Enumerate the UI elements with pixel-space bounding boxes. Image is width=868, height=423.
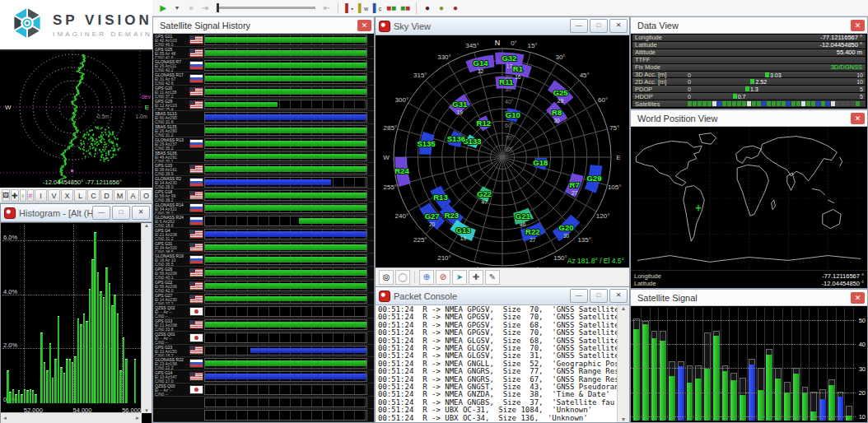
signal-bar-column bbox=[703, 308, 712, 421]
zoom-out-icon[interactable]: ‹ bbox=[20, 189, 26, 202]
sky-view-titlebar[interactable]: Sky View — □ ✕ bbox=[376, 17, 629, 35]
histogram-bar bbox=[54, 359, 56, 403]
histogram-hscrollbar[interactable]: ◄► bbox=[1, 412, 142, 423]
signal-bar bbox=[299, 218, 366, 224]
data-view-header[interactable]: Data View ✕ bbox=[631, 17, 867, 34]
svg-text:32: 32 bbox=[478, 68, 484, 74]
play-button[interactable]: ▶ bbox=[157, 2, 169, 15]
svg-text:G22: G22 bbox=[477, 189, 492, 198]
packet-console-titlebar[interactable]: Packet Console — □ ✕ bbox=[376, 287, 629, 305]
close-button[interactable]: ✕ bbox=[132, 206, 150, 220]
no-entry-icon[interactable]: ⊘ bbox=[436, 270, 450, 285]
dev-letter-button-v[interactable]: V bbox=[48, 189, 60, 202]
minimize-button[interactable]: — bbox=[570, 19, 588, 33]
world-map bbox=[631, 127, 867, 270]
svg-text:19: 19 bbox=[460, 235, 467, 241]
close-button[interactable]: ✕ bbox=[609, 289, 628, 303]
world-position-title: World Position View bbox=[631, 114, 851, 123]
histogram-title: Histogram - [Alt (HA... bbox=[19, 208, 92, 218]
skip-to-end-button[interactable]: ⇥ bbox=[199, 2, 211, 15]
signal-history-header[interactable]: Satellite Signal History ✕ bbox=[153, 17, 374, 34]
deviation-map-panel: W E 0.5m 1.0m dev -12.04454850° -77.1211… bbox=[0, 49, 152, 189]
dev-letter-button-o[interactable]: O bbox=[140, 189, 152, 202]
satellite-signal-header[interactable]: Satellite Signal ✕ bbox=[631, 290, 867, 306]
flag-us-icon bbox=[190, 346, 203, 354]
flag-us-icon bbox=[190, 373, 203, 380]
svg-text:225°: 225° bbox=[413, 236, 427, 244]
signal-history-rows: GPS G21El 42 Az103C/N0 46.0GPS G25El 55 … bbox=[153, 34, 374, 422]
dev-letter-button-m[interactable]: M bbox=[114, 189, 126, 202]
minimize-button[interactable]: — bbox=[92, 206, 110, 220]
sky-az-el-status: Az 181.8° / El 4.5° bbox=[567, 257, 624, 265]
signal-bar-column bbox=[801, 308, 810, 421]
fast-forward-button[interactable]: » bbox=[185, 2, 197, 15]
packet-console-log[interactable]: 00:51:24 R -> NMEA GPGSV, Size 70, 'GNSS… bbox=[376, 305, 629, 422]
sensor-red-icon[interactable]: ▌▪ bbox=[343, 2, 355, 15]
move-icon[interactable]: ✚ bbox=[11, 189, 19, 202]
close-button[interactable]: ✕ bbox=[609, 19, 628, 33]
svg-text:315°: 315° bbox=[413, 72, 427, 79]
close-icon[interactable]: ✕ bbox=[851, 292, 865, 304]
globe-icon[interactable]: ⊕ bbox=[419, 270, 434, 285]
histogram-bar bbox=[63, 373, 65, 403]
signal-bar-column bbox=[739, 308, 748, 421]
svg-text:R22: R22 bbox=[525, 227, 539, 236]
play-dropdown-icon[interactable]: ▼ bbox=[171, 2, 183, 15]
world-position-header[interactable]: World Position View ✕ bbox=[631, 110, 867, 127]
close-icon[interactable]: ✕ bbox=[851, 113, 865, 124]
svg-text:30°: 30° bbox=[505, 86, 514, 92]
sensor-blue-icon[interactable]: ▌c bbox=[371, 2, 383, 15]
signal-bar bbox=[205, 114, 366, 120]
histogram-titlebar[interactable]: Histogram - [Alt (HA... — □ ✕ bbox=[1, 204, 152, 222]
flag-us-icon bbox=[190, 101, 203, 109]
dev-letter-button-c[interactable]: C bbox=[87, 189, 100, 202]
circle-icon[interactable]: ◯ bbox=[395, 270, 410, 285]
svg-text:60°: 60° bbox=[598, 96, 608, 104]
dev-letter-button-d[interactable]: D bbox=[100, 189, 113, 202]
ball-red-icon[interactable]: ● bbox=[450, 2, 461, 15]
svg-text:27: 27 bbox=[530, 237, 536, 243]
move-icon[interactable]: ✚ bbox=[469, 270, 483, 285]
histogram-vscrollbar[interactable]: ▲▼ bbox=[141, 223, 152, 413]
playback-slider[interactable] bbox=[217, 7, 315, 9]
flag-us-icon bbox=[190, 295, 203, 303]
close-icon[interactable]: ✕ bbox=[357, 20, 371, 31]
history-row: GPS G29El 12 Az103C/N0 25.4 bbox=[153, 99, 374, 112]
history-row: GPS G22El 56 Az206C/N0 42.0 bbox=[153, 280, 374, 293]
minimize-button[interactable]: — bbox=[570, 289, 588, 303]
flag-us-icon bbox=[190, 244, 203, 251]
dev-letter-button-x[interactable]: X bbox=[61, 189, 73, 202]
svg-text:47: 47 bbox=[482, 199, 488, 205]
histogram-bar bbox=[18, 390, 20, 403]
signal-bar-column bbox=[712, 308, 721, 421]
ball-dark-icon[interactable]: ● bbox=[422, 2, 433, 15]
histogram-bar bbox=[91, 259, 93, 403]
dev-letter-button-a[interactable]: A bbox=[127, 189, 139, 202]
history-row: GPS G14El 10 Az347C/N0 17.0 bbox=[153, 370, 374, 383]
dev-letter-button-l[interactable]: L bbox=[74, 189, 86, 202]
packet-table-red-icon[interactable]: ■■ bbox=[399, 2, 411, 15]
data-view-rows: Longitude-77.12116567 °Latitude-12.04454… bbox=[631, 34, 867, 109]
svg-text:S133: S133 bbox=[463, 137, 481, 146]
signal-bar bbox=[205, 76, 366, 81]
sensor-yellow-icon[interactable]: ▌w bbox=[357, 2, 369, 15]
close-icon[interactable]: ✕ bbox=[851, 20, 865, 31]
pan-arrow-icon[interactable]: ➤ bbox=[452, 270, 467, 285]
edit-icon[interactable]: ✎ bbox=[485, 270, 500, 285]
maximize-button[interactable]: □ bbox=[112, 206, 130, 220]
signal-bar bbox=[205, 374, 366, 379]
grid-icon[interactable]: # bbox=[27, 189, 34, 202]
svg-text:R24: R24 bbox=[394, 166, 409, 175]
maximize-button[interactable]: □ bbox=[590, 19, 608, 33]
dev-letter-button-i[interactable]: I bbox=[35, 189, 47, 202]
window-icon[interactable]: 🖼 bbox=[2, 189, 10, 202]
console-scrollbar[interactable]: ▲▼ bbox=[617, 305, 629, 422]
signal-bar bbox=[205, 360, 366, 366]
maximize-button[interactable]: □ bbox=[590, 289, 608, 303]
packet-table-green-icon[interactable]: ■■ bbox=[385, 2, 397, 15]
ball-yellow-icon[interactable]: ● bbox=[436, 2, 447, 15]
record-icon[interactable]: ◎ bbox=[379, 270, 394, 285]
satellite-square bbox=[772, 101, 776, 106]
signal-bar-column bbox=[659, 308, 668, 421]
svg-text:120°: 120° bbox=[596, 212, 610, 220]
